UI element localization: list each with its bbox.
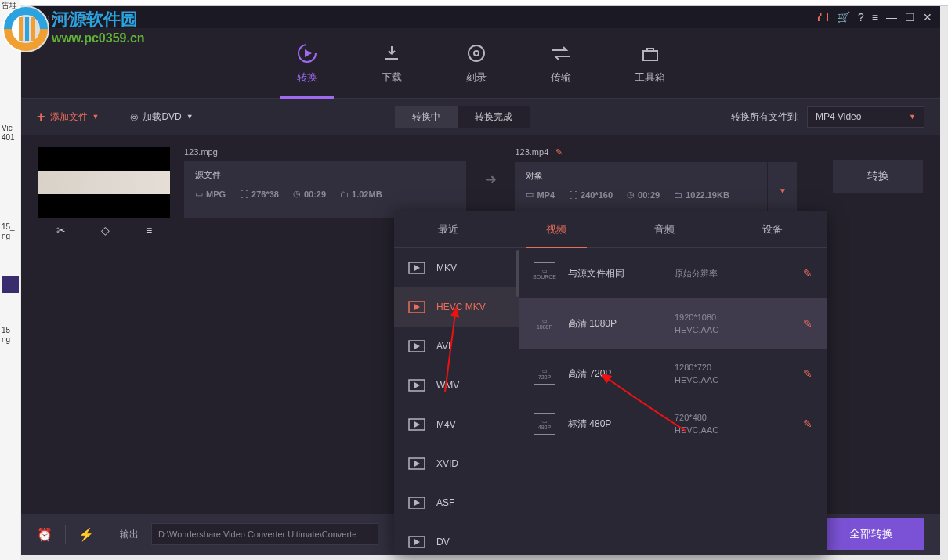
output-format-value: MP4 Video [816,111,861,122]
format-item-label: MKV [436,262,457,273]
target-duration: ◷ 00:29 [627,190,660,200]
format-item[interactable]: AVI [394,327,519,366]
format-item[interactable]: WMV [394,366,519,405]
source-duration: ◷ 00:29 [293,189,326,199]
output-path-input[interactable]: D:\Wondershare Video Converter Ultimate\… [151,523,378,545]
resolution-meta: 原始分辨率 [675,267,718,280]
format-item-label: HEVC MKV [436,302,486,313]
edit-icon[interactable]: ✎ [803,417,812,430]
cart-icon[interactable]: 🛒 [837,11,850,23]
source-dims: ⛶ 276*38 [240,189,279,199]
toolbox-icon [639,42,661,64]
bg-text: 15_ [2,222,15,231]
format-panel: 最近 视频 音频 设备 MKVHEVC MKVAVIWMVM4VXVIDASFD… [394,211,827,555]
format-item-label: M4V [436,419,456,430]
help-icon[interactable]: ? [858,11,864,23]
resolution-icon: ▭480P [534,413,555,435]
tab-convert-label: 转换 [297,70,317,85]
edit-icon[interactable]: ✎ [803,367,812,380]
edit-icon[interactable]: ✎ [803,317,812,330]
svg-marker-12 [414,382,420,388]
source-filename: 123.mpg [184,147,466,157]
svg-rect-4 [643,51,657,60]
scrollbar[interactable] [516,250,519,297]
main-tabs: 转换 下载 刻录 传输 工具箱 [21,28,940,99]
svg-marker-16 [414,461,420,467]
svg-marker-6 [414,265,420,271]
format-item[interactable]: HEVC MKV [394,287,519,327]
tab-convert[interactable]: 转换 [296,42,318,85]
source-info: 源文件 ▭ MPG ⛶ 276*38 ◷ 00:29 🗀 1.02MB [184,161,466,218]
crop-icon[interactable]: ◇ [101,224,110,237]
resolution-label: 高清 720P [568,367,662,381]
maximize-icon[interactable]: ☐ [905,11,915,23]
format-item-label: WMV [436,380,459,391]
resolution-item[interactable]: ▭720P高清 720P1280*720HEVC,AAC✎ [519,349,827,399]
svg-point-2 [469,45,484,61]
gpu-icon[interactable]: ⚡ [78,527,94,542]
format-item[interactable]: M4V [394,405,519,444]
tab-download[interactable]: 下载 [381,42,403,85]
tab-transfer[interactable]: 传输 [550,42,572,85]
convert-icon [296,42,318,64]
add-file-button[interactable]: + 添加文件 ▼ [37,109,99,125]
output-format-select[interactable]: MP4 Video ▼ [807,106,924,128]
target-label: 对象 [526,170,756,182]
video-thumbnail[interactable] [38,147,170,218]
svg-marker-10 [414,343,420,349]
resolution-list: ▭SOURCE与源文件相同原始分辨率✎▭1080P高清 1080P1920*10… [519,248,827,555]
convert-button[interactable]: 转换 [833,160,923,193]
resolution-icon: ▭SOURCE [534,262,555,284]
panel-tab-audio[interactable]: 音频 [610,211,718,247]
target-container: ▭ MP4 [526,190,555,200]
resolution-icon: ▭1080P [534,313,555,334]
effects-icon[interactable]: ≡ [146,224,152,237]
close-icon[interactable]: ✕ [923,11,932,23]
load-dvd-button[interactable]: ◎ 加载DVD ▼ [130,110,193,124]
source-container: ▭ MPG [195,189,226,199]
tab-burn-label: 刻录 [466,70,487,85]
seg-done[interactable]: 转换完成 [458,106,530,128]
format-item[interactable]: ASF [394,483,519,522]
rename-icon[interactable]: ✎ [555,147,563,157]
resolution-item[interactable]: ▭SOURCE与源文件相同原始分辨率✎ [519,248,827,298]
resolution-item[interactable]: ▭480P标清 480P720*480HEVC,AAC✎ [519,399,827,449]
convert-all-button[interactable]: 全部转换 [818,518,924,550]
format-icon [408,535,425,549]
resolution-item[interactable]: ▭1080P高清 1080P1920*1080HEVC,AAC✎ [519,298,827,349]
minimize-icon[interactable]: — [886,11,897,23]
format-icon [408,457,425,471]
format-icon [408,300,425,314]
edit-icon[interactable]: ✎ [803,267,812,280]
format-item[interactable]: DV [394,522,519,555]
gift-icon[interactable]: ⛙ [818,11,829,23]
format-icon [408,378,425,392]
format-item-label: ASF [436,497,454,508]
tab-toolbox-label: 工具箱 [635,70,665,85]
svg-marker-8 [414,304,420,310]
output-label: 输出 [120,528,139,541]
format-item[interactable]: XVID [394,444,519,483]
tab-toolbox[interactable]: 工具箱 [635,42,665,85]
format-item-label: DV [436,537,450,547]
resolution-label: 与源文件相同 [568,267,662,280]
target-dims: ⛶ 240*160 [569,190,613,200]
svg-marker-18 [414,500,420,506]
chevron-down-icon: ▼ [92,113,100,121]
trim-icon[interactable]: ✂ [56,224,66,237]
menu-icon[interactable]: ≡ [872,11,878,23]
panel-tab-video[interactable]: 视频 [502,211,610,247]
format-item[interactable]: MKV [394,248,519,287]
tab-download-label: 下载 [382,70,402,85]
timer-icon[interactable]: ⏰ [37,527,52,542]
resolution-label: 标清 480P [568,417,662,431]
panel-tab-device[interactable]: 设备 [718,211,827,247]
transfer-icon [550,42,572,64]
bg-text: ng [2,335,10,344]
panel-tab-recent[interactable]: 最近 [394,211,502,247]
svg-marker-14 [414,421,420,428]
seg-converting[interactable]: 转换中 [395,106,458,128]
tab-burn[interactable]: 刻录 [465,42,487,85]
svg-marker-1 [305,49,312,57]
bg-text: Vic [2,124,13,132]
